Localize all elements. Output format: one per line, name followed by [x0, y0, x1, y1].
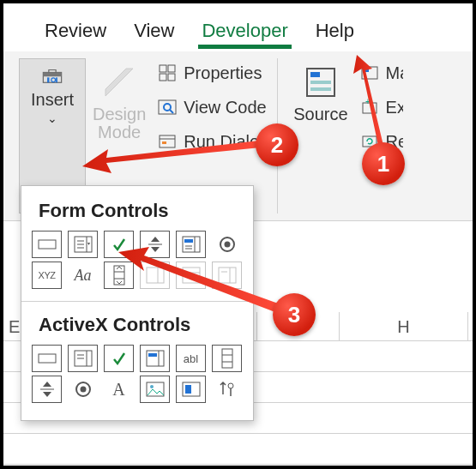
ax-listbox-icon[interactable]: [140, 345, 170, 372]
source-label: Source: [293, 105, 347, 124]
xml-stack: Ma + Exp Ref: [355, 58, 403, 213]
map-properties-button[interactable]: Ma: [359, 62, 403, 84]
svg-rect-33: [184, 239, 193, 243]
svg-rect-19: [362, 67, 377, 79]
expansion-icon: +: [359, 96, 381, 118]
svg-rect-8: [168, 74, 175, 81]
form-option-icon[interactable]: [212, 231, 242, 258]
run-dialog-button[interactable]: Run Dialog: [156, 130, 268, 153]
ax-spinner-icon[interactable]: [32, 376, 62, 403]
form-disabled-3: [212, 262, 242, 289]
form-button-icon[interactable]: [32, 231, 62, 258]
tab-help[interactable]: Help: [316, 20, 354, 42]
svg-point-66: [228, 383, 233, 388]
svg-rect-56: [222, 349, 232, 368]
svg-rect-38: [114, 266, 124, 285]
svg-rect-18: [310, 87, 331, 91]
ax-button-icon[interactable]: [32, 345, 62, 372]
col-head-h[interactable]: H: [340, 312, 468, 340]
svg-rect-48: [39, 354, 56, 363]
svg-rect-53: [147, 351, 164, 366]
form-label-icon[interactable]: Aa: [68, 262, 98, 289]
svg-rect-14: [162, 141, 166, 144]
form-checkbox-icon[interactable]: [104, 231, 134, 258]
svg-point-63: [150, 385, 154, 388]
svg-rect-65: [185, 385, 191, 394]
insert-label: Insert: [31, 90, 74, 110]
view-code-icon: [156, 96, 178, 118]
svg-rect-43: [183, 268, 200, 283]
map-icon: [359, 62, 381, 84]
ax-toggle-icon[interactable]: [176, 376, 206, 403]
svg-rect-31: [183, 237, 200, 252]
group-xml: Source Ma + Exp Ref: [278, 58, 411, 213]
design-label: Design: [93, 105, 146, 124]
svg-rect-12: [160, 135, 175, 147]
form-spinner-icon[interactable]: [140, 231, 170, 258]
chevron-down-icon: ⌄: [47, 111, 57, 125]
source-button[interactable]: Source: [286, 58, 354, 213]
svg-rect-24: [39, 240, 56, 249]
tab-review[interactable]: Review: [45, 20, 106, 42]
svg-rect-5: [160, 65, 166, 72]
callout-1: 1: [362, 142, 405, 185]
properties-label: Properties: [184, 63, 262, 83]
svg-line-11: [170, 110, 173, 113]
svg-rect-17: [310, 81, 331, 84]
mode-label: Mode: [98, 123, 141, 142]
design-mode-icon: [100, 63, 138, 101]
svg-point-10: [164, 104, 171, 111]
form-controls-header: Form Controls: [39, 200, 244, 222]
svg-rect-2: [47, 77, 49, 82]
ax-combobox-icon[interactable]: [68, 345, 98, 372]
form-disabled-2: [176, 262, 206, 289]
svg-rect-4: [56, 77, 57, 82]
svg-rect-20: [365, 69, 369, 72]
ax-textbox-icon[interactable]: abl: [176, 345, 206, 372]
ax-more-icon[interactable]: [212, 376, 242, 403]
run-dialog-icon: [156, 130, 178, 153]
form-disabled-1: [140, 262, 170, 289]
activex-controls-header: ActiveX Controls: [39, 314, 244, 336]
properties-button[interactable]: Properties: [156, 62, 268, 84]
svg-rect-6: [168, 65, 175, 72]
svg-rect-62: [147, 382, 164, 396]
form-scrollbar-icon[interactable]: [104, 262, 134, 289]
properties-icon: [156, 62, 178, 84]
callout-3: 3: [273, 293, 316, 336]
svg-rect-7: [160, 74, 166, 81]
ax-scrollbar-icon[interactable]: [212, 345, 242, 372]
ax-label-icon[interactable]: A: [104, 376, 134, 403]
svg-point-3: [51, 78, 56, 82]
callout-2: 2: [256, 123, 298, 166]
source-icon: [302, 63, 340, 101]
view-code-label: View Code: [184, 98, 266, 117]
svg-text:+: +: [365, 98, 371, 106]
svg-rect-41: [147, 268, 164, 283]
ax-image-icon[interactable]: [140, 376, 170, 403]
ribbon-tabs: Review View Developer Help: [3, 3, 473, 51]
form-listbox-icon[interactable]: [176, 231, 206, 258]
toolbox-icon: [41, 64, 63, 87]
form-combobox-icon[interactable]: [68, 231, 98, 258]
insert-dropdown: Form Controls XYZ Aa ActiveX Controls ab…: [21, 185, 254, 421]
ax-checkbox-icon[interactable]: [104, 345, 134, 372]
svg-rect-16: [310, 72, 320, 77]
svg-point-61: [80, 387, 86, 393]
ax-option-icon[interactable]: [68, 376, 98, 403]
view-code-button[interactable]: View Code: [156, 96, 268, 118]
form-groupbox-icon[interactable]: XYZ: [32, 262, 62, 289]
svg-point-37: [224, 242, 230, 248]
svg-rect-1: [43, 72, 61, 76]
svg-rect-55: [148, 353, 157, 357]
tab-view[interactable]: View: [134, 20, 174, 42]
expansion-packs-button[interactable]: + Exp: [359, 96, 403, 118]
svg-rect-45: [219, 268, 236, 283]
tab-developer[interactable]: Developer: [202, 20, 287, 42]
